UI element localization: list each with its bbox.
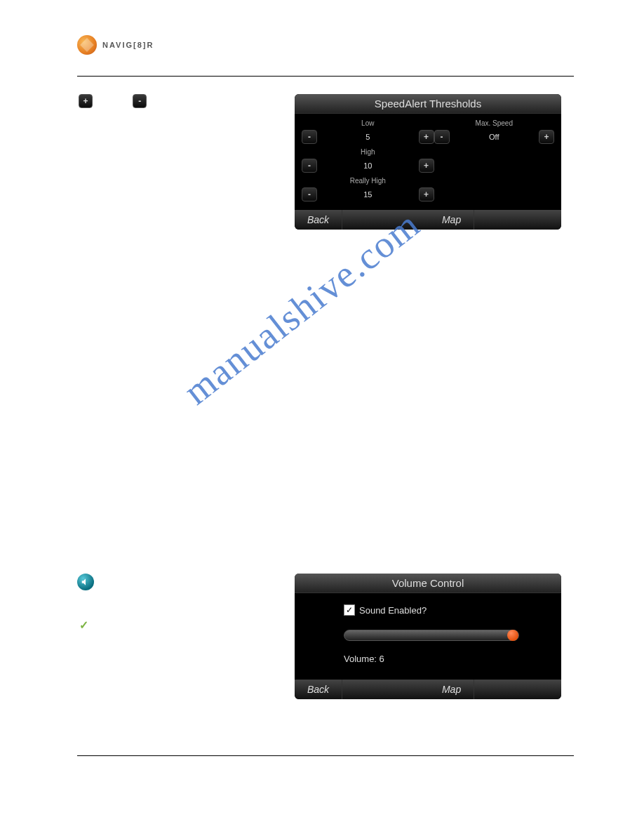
volume-slider-knob[interactable]	[507, 630, 518, 641]
low-row: - 5 +	[302, 130, 434, 144]
top-rule	[77, 76, 574, 77]
reallyhigh-value: 15	[317, 190, 419, 199]
check-icon: ✓	[79, 619, 88, 631]
back-button[interactable]: Back	[295, 210, 342, 230]
maxspeed-value: Off	[450, 133, 539, 141]
low-minus-button[interactable]: -	[302, 130, 317, 144]
footer-spacer	[342, 210, 429, 230]
volume-title: Volume Control	[295, 574, 561, 593]
high-row: - 10 +	[302, 159, 434, 173]
map-button[interactable]: Map	[429, 210, 474, 230]
high-label: High	[302, 148, 434, 156]
high-minus-button[interactable]: -	[302, 159, 317, 173]
screen-title: SpeedAlert Thresholds	[295, 94, 561, 114]
maxspeed-plus-button[interactable]: +	[539, 130, 554, 144]
brand-name: NAVIG[8]R	[102, 41, 154, 49]
footer-spacer-4	[474, 680, 561, 699]
speedalert-screen: SpeedAlert Thresholds Low - 5 + High	[295, 94, 561, 230]
instruction-column-2: ✓	[77, 574, 274, 632]
volume-screen: Volume Control ✓ Sound Enabled? Volume: …	[295, 574, 561, 699]
volume-back-button[interactable]: Back	[295, 680, 342, 699]
plus-icon: +	[79, 94, 93, 108]
reallyhigh-label: Really High	[302, 177, 434, 185]
low-value: 5	[317, 133, 419, 141]
reallyhigh-row: - 15 +	[302, 187, 434, 201]
bottom-rule	[77, 755, 574, 756]
instruction-column: + -	[77, 94, 274, 108]
watermark: manualshive.com	[175, 202, 429, 413]
sound-enabled-row[interactable]: ✓ Sound Enabled?	[344, 604, 546, 616]
low-plus-button[interactable]: +	[419, 130, 434, 144]
high-plus-button[interactable]: +	[419, 159, 434, 173]
volume-slider[interactable]	[344, 630, 519, 641]
sound-enabled-label: Sound Enabled?	[359, 605, 427, 616]
maxspeed-minus-button[interactable]: -	[434, 130, 450, 144]
low-label: Low	[302, 119, 434, 127]
minus-icon: -	[133, 94, 147, 108]
footer-spacer-2	[474, 210, 561, 230]
reallyhigh-plus-button[interactable]: +	[419, 187, 434, 201]
maxspeed-label: Max. Speed	[434, 119, 554, 127]
speaker-icon	[77, 574, 94, 590]
reallyhigh-minus-button[interactable]: -	[302, 187, 317, 201]
volume-value-label: Volume: 6	[344, 654, 546, 664]
brand-logo-icon	[77, 35, 97, 55]
sound-checkbox[interactable]: ✓	[344, 604, 355, 616]
volume-map-button[interactable]: Map	[429, 680, 474, 699]
high-value: 10	[317, 161, 419, 170]
brand-header: NAVIG[8]R	[77, 35, 574, 55]
footer-spacer-3	[342, 680, 429, 699]
maxspeed-row: - Off +	[434, 130, 554, 144]
